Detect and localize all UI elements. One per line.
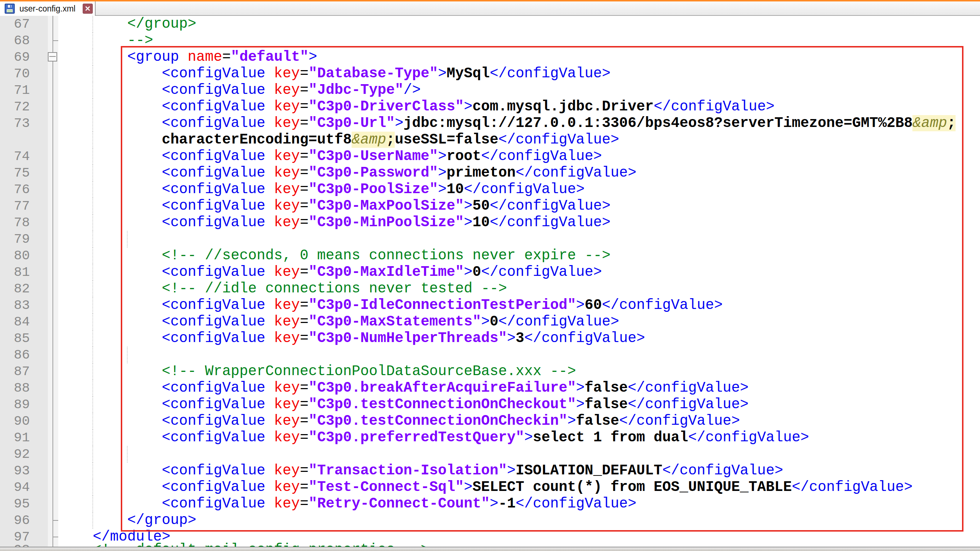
line-number: 80: [0, 247, 48, 264]
code-editor[interactable]: 67 </group>68 -->69 <group name="default…: [0, 16, 980, 551]
indent-guide: [92, 280, 93, 297]
token-tx: 10: [473, 214, 490, 231]
token-tg: <configValue: [162, 82, 265, 98]
line-number: 94: [0, 479, 48, 495]
token-tx: MySql: [447, 65, 490, 82]
token-tx: 50: [473, 198, 490, 214]
token-pl: [265, 495, 274, 512]
fold-margin: [48, 99, 58, 115]
code-line: 92: [0, 446, 980, 462]
line-number: 90: [0, 413, 48, 430]
indent-guide: [92, 264, 93, 280]
tab-user-config-xml[interactable]: user-config.xml ✕: [0, 2, 95, 16]
fold-guide-line: [52, 247, 53, 264]
code-line-text[interactable]: <configValue key="C3p0.testConnectionOnC…: [58, 413, 980, 430]
code-line-text[interactable]: <configValue key="C3p0-MaxStatements">0<…: [58, 314, 980, 330]
token-es: ;: [386, 132, 395, 148]
token-tx: jdbc:mysql://127.0.0.1:3306/bps4eos8?ser…: [403, 115, 912, 131]
fold-guide-line: [52, 148, 53, 165]
token-av: "C3p0.testConnectionOnCheckout": [309, 397, 576, 412]
code-line-text[interactable]: <!-- //seconds, 0 means connections neve…: [58, 247, 980, 264]
token-tg: >: [576, 297, 585, 313]
code-line-text[interactable]: <configValue key="C3p0-MinPoolSize">10</…: [58, 214, 980, 231]
code-line-text[interactable]: <configValue key="Test-Connect-Sql">SELE…: [58, 479, 980, 495]
code-line-text[interactable]: [58, 446, 980, 462]
code-line-text[interactable]: <configValue key="C3p0-MaxPoolSize">50</…: [58, 198, 980, 214]
fold-margin: [48, 247, 58, 264]
code-line-text[interactable]: <configValue key="Transaction-Isolation"…: [58, 462, 980, 479]
token-tx: select 1 from dual: [533, 430, 688, 446]
token-av: "C3p0.preferredTestQuery": [309, 430, 524, 446]
code-line-text[interactable]: [58, 347, 980, 363]
code-line-text[interactable]: <!-- //idle connections never tested -->: [58, 280, 980, 297]
token-eq: =: [300, 82, 309, 98]
code-line-wrap: characterEncoding=utf8&amp;useSSL=false<…: [0, 132, 980, 148]
close-icon[interactable]: ✕: [83, 3, 93, 14]
code-line-text[interactable]: <configValue key="Jdbc-Type"/>: [58, 82, 980, 99]
token-at: key: [274, 380, 300, 396]
fold-margin: [48, 446, 58, 462]
token-en: &amp: [352, 132, 386, 148]
code-line-text[interactable]: <!-- WrapperConnectionPoolDataSourceBase…: [58, 363, 980, 380]
fold-guide-line: [52, 446, 53, 462]
code-line-text[interactable]: [58, 231, 980, 247]
code-line-text[interactable]: <configValue key="C3p0-UserName">root</c…: [58, 148, 980, 165]
code-line: 95 <configValue key="Retry-Connect-Count…: [0, 495, 980, 512]
token-tg: </configValue>: [498, 132, 619, 148]
token-tg: </configValue>: [515, 495, 636, 512]
code-line-text[interactable]: <configValue key="Database-Type">MySql</…: [58, 65, 980, 82]
fold-margin: [48, 413, 58, 430]
token-tg: <configValue: [162, 214, 265, 231]
line-number: 84: [0, 314, 48, 330]
line-number: 89: [0, 397, 48, 413]
code-line-text[interactable]: -->: [58, 32, 980, 49]
fold-guide-line: [52, 214, 53, 231]
token-tg: <configValue: [162, 330, 265, 346]
fold-guide-line: [52, 397, 53, 413]
token-eq: =: [300, 148, 309, 164]
code-line-text[interactable]: <configValue key="C3p0.preferredTestQuer…: [58, 430, 980, 446]
indent-guide: [92, 512, 93, 529]
line-number: 82: [0, 280, 48, 297]
code-line: 75 <configValue key="C3p0-Password">prim…: [0, 165, 980, 181]
token-tg: </configValue>: [490, 65, 611, 82]
token-tg: >: [438, 65, 447, 82]
fold-margin: [48, 132, 58, 148]
token-tx: false: [585, 380, 628, 396]
token-at: key: [274, 65, 300, 82]
token-tx: 60: [585, 297, 602, 313]
token-av: "C3p0-DriverClass": [309, 99, 464, 115]
code-line-text[interactable]: </group>: [58, 16, 980, 32]
code-line-text[interactable]: </group>: [58, 512, 980, 529]
code-line: 88 <configValue key="C3p0.breakAfterAcqu…: [0, 380, 980, 397]
code-line-text[interactable]: <configValue key="C3p0-MaxIdleTime">0</c…: [58, 264, 980, 280]
token-tg: </configValue>: [490, 198, 611, 214]
token-es: ;: [947, 115, 956, 131]
fold-guide-line: [52, 165, 53, 181]
code-line-text[interactable]: <configValue key="C3p0-Url">jdbc:mysql:/…: [58, 115, 980, 132]
token-tg: <configValue: [162, 148, 265, 164]
token-pl: [265, 479, 274, 495]
token-eq: =: [300, 115, 309, 131]
token-tg: </configValue>: [688, 430, 809, 446]
line-number: 86: [0, 347, 48, 363]
fold-guide-line: [52, 413, 53, 430]
code-line-text[interactable]: <configValue key="C3p0.breakAfterAcquire…: [58, 380, 980, 397]
code-line-text[interactable]: characterEncoding=utf8&amp;useSSL=false<…: [58, 132, 980, 148]
indent-guide: [92, 363, 93, 380]
code-line-text[interactable]: <configValue key="C3p0-PoolSize">10</con…: [58, 181, 980, 198]
code-line-text[interactable]: <group name="default">: [58, 49, 980, 65]
code-line-text[interactable]: <configValue key="C3p0-NumHelperThreads"…: [58, 330, 980, 347]
code-line-text[interactable]: <configValue key="C3p0-IdleConnectionTes…: [58, 297, 980, 314]
fold-collapse-icon[interactable]: [48, 52, 57, 62]
code-line-text[interactable]: <configValue key="C3p0-DriverClass">com.…: [58, 99, 980, 115]
token-tx: SELECT count(*) from EOS_UNIQUE_TABLE: [473, 479, 792, 495]
code-line-text[interactable]: <configValue key="C3p0.testConnectionOnC…: [58, 397, 980, 413]
code-line-text[interactable]: <configValue key="C3p0-Password">primeto…: [58, 165, 980, 181]
line-number: 68: [0, 32, 48, 49]
token-tg: </configValue>: [481, 148, 602, 164]
token-at: key: [274, 330, 300, 346]
code-line-text[interactable]: <configValue key="Retry-Connect-Count">-…: [58, 495, 980, 512]
fold-margin: [48, 430, 58, 446]
token-pl: [265, 462, 274, 479]
